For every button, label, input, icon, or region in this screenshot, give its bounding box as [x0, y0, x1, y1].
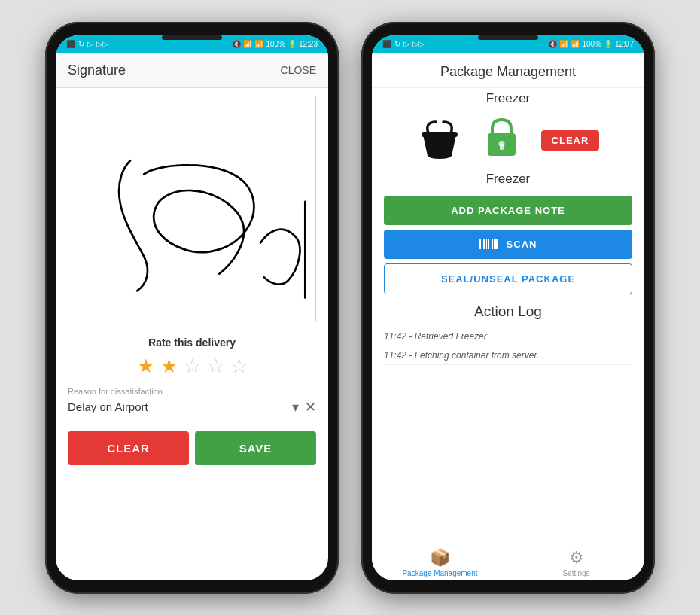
- forward-icon-2: ▷▷: [412, 40, 425, 48]
- lock-icon: [485, 118, 519, 160]
- time-1: 12:23: [299, 40, 318, 48]
- rating-label: Rate this delivery: [68, 336, 316, 349]
- seal-unseal-button[interactable]: SEAL/UNSEAL PACKAGE: [384, 263, 632, 294]
- stars-row[interactable]: ★ ★ ☆ ☆ ☆: [68, 355, 316, 378]
- package-actions: ADD PACKAGE NOTE SCAN SEA: [372, 196, 644, 294]
- signal-icon: 📶: [254, 40, 263, 48]
- screen-icon-2: ⬛: [382, 40, 391, 48]
- forward-icon: ▷▷: [96, 40, 108, 48]
- signal-icon-2: 📶: [571, 40, 580, 48]
- star-4[interactable]: ☆: [207, 355, 224, 378]
- clear-dropdown-icon[interactable]: ✕: [305, 399, 316, 416]
- freezer-label-bottom: Freezer: [372, 169, 644, 196]
- package-management-title: Package Management: [384, 64, 632, 80]
- status-bar-left-1: ⬛ ↻ ▷ ▷▷: [66, 40, 108, 48]
- phone-2: ⬛ ↻ ▷ ▷▷ 🔇 📶 📶 100% 🔋 12:07 Package Mana…: [361, 22, 655, 594]
- wifi-icon: 📶: [243, 40, 252, 48]
- status-bar-2: ⬛ ↻ ▷ ▷▷ 🔇 📶 📶 100% 🔋 12:07: [372, 35, 644, 53]
- settings-nav-label: Settings: [562, 569, 589, 577]
- phone-2-screen: ⬛ ↻ ▷ ▷▷ 🔇 📶 📶 100% 🔋 12:07 Package Mana…: [372, 35, 644, 580]
- star-5[interactable]: ☆: [230, 355, 248, 378]
- log-entry-1: 11:42 - Retrieved Freezer: [384, 327, 632, 346]
- refresh-icon-2: ↻: [394, 40, 400, 48]
- scan-button[interactable]: SCAN: [384, 230, 632, 259]
- action-log-title: Action Log: [384, 303, 632, 320]
- signature-drawing: [68, 96, 315, 321]
- play-icon: ▷: [87, 40, 93, 48]
- clear-button[interactable]: CLEAR: [68, 431, 189, 465]
- phones-container: ⬛ ↻ ▷ ▷▷ 🔇 📶 📶 100% 🔋 12:23 Signature CL…: [30, 7, 670, 609]
- package-nav-label: Package Management: [402, 569, 477, 577]
- refresh-icon: ↻: [78, 40, 84, 48]
- battery-icon-1: 🔋: [288, 40, 297, 48]
- rating-section: Rate this delivery ★ ★ ☆ ☆ ☆: [56, 329, 328, 382]
- signature-canvas[interactable]: [68, 96, 316, 321]
- nav-settings[interactable]: ⚙ Settings: [508, 548, 644, 577]
- wifi-icon-2: 📶: [559, 40, 568, 48]
- status-bar-1: ⬛ ↻ ▷ ▷▷ 🔇 📶 📶 100% 🔋 12:23: [56, 35, 328, 53]
- play-icon-2: ▷: [403, 40, 409, 48]
- dissatisfaction-value: Delay on Airport: [68, 400, 148, 413]
- star-1[interactable]: ★: [137, 355, 154, 378]
- settings-nav-icon: ⚙: [569, 548, 584, 568]
- svg-rect-3: [500, 144, 504, 150]
- star-3[interactable]: ☆: [184, 355, 201, 378]
- battery-text-1: 100%: [266, 40, 285, 48]
- freezer-label-top: Freezer: [372, 88, 644, 106]
- nav-package-management[interactable]: 📦 Package Management: [372, 548, 508, 577]
- battery-text-2: 100%: [582, 40, 601, 48]
- battery-icon-2: 🔋: [604, 40, 613, 48]
- svg-rect-0: [422, 132, 458, 137]
- dissatisfaction-dropdown[interactable]: Delay on Airport ▾ ✕: [68, 399, 316, 419]
- package-icons-row: CLEAR: [372, 106, 644, 169]
- barcode-icon: [479, 239, 498, 249]
- dropdown-controls[interactable]: ▾ ✕: [292, 399, 316, 416]
- star-2[interactable]: ★: [160, 355, 178, 378]
- close-button[interactable]: CLOSE: [281, 64, 316, 76]
- clear-badge-button[interactable]: CLEAR: [541, 130, 600, 151]
- lock-container: [485, 118, 519, 163]
- log-entry-2: 11:42 - Fetching container from server..…: [384, 346, 632, 365]
- action-log-section: Action Log 11:42 - Retrieved Freezer 11:…: [372, 294, 644, 543]
- package-nav-icon: 📦: [430, 548, 450, 568]
- mute-icon-2: 🔇: [548, 40, 557, 48]
- chevron-down-icon[interactable]: ▾: [292, 399, 299, 416]
- dissatisfaction-label: Reason for dissatisfaction: [68, 387, 316, 396]
- status-bar-right-2: 🔇 📶 📶 100% 🔋 12:07: [548, 40, 634, 48]
- mute-icon: 🔇: [232, 40, 241, 48]
- status-bar-right-1: 🔇 📶 📶 100% 🔋 12:23: [232, 40, 318, 48]
- dissatisfaction-section: Reason for dissatisfaction Delay on Airp…: [56, 382, 328, 424]
- signature-title: Signature: [68, 62, 126, 78]
- add-package-note-button[interactable]: ADD PACKAGE NOTE: [384, 196, 632, 225]
- bottom-nav: 📦 Package Management ⚙ Settings: [372, 543, 644, 580]
- basket-icon: [417, 118, 462, 160]
- phone-2-header: Package Management: [372, 53, 644, 88]
- basket-container: [417, 118, 462, 163]
- status-bar-left-2: ⬛ ↻ ▷ ▷▷: [382, 40, 425, 48]
- time-2: 12:07: [615, 40, 634, 48]
- phone-1: ⬛ ↻ ▷ ▷▷ 🔇 📶 📶 100% 🔋 12:23 Signature CL…: [45, 22, 339, 594]
- screen-icon: ⬛: [66, 40, 75, 48]
- phone-1-buttons: CLEAR SAVE: [68, 431, 316, 465]
- phone-1-header: Signature CLOSE: [56, 53, 328, 88]
- scan-label: SCAN: [507, 239, 537, 250]
- phone-1-screen: ⬛ ↻ ▷ ▷▷ 🔇 📶 📶 100% 🔋 12:23 Signature CL…: [56, 35, 328, 580]
- save-button[interactable]: SAVE: [195, 431, 316, 465]
